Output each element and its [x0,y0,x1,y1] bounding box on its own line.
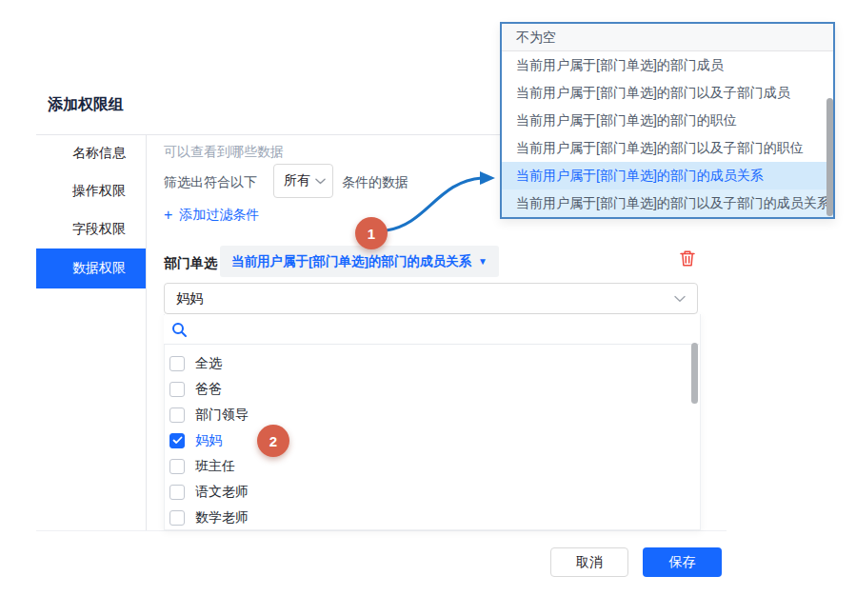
option-label: 爸爸 [195,381,222,398]
checkbox-unchecked[interactable] [169,407,185,423]
option-row-mama[interactable]: 妈妈 [169,427,665,453]
sidebar-item-name-info[interactable]: 名称信息 [36,134,146,172]
step-badge-1-number: 1 [368,226,375,242]
checkbox-unchecked[interactable] [169,510,185,526]
condition-operator-dropdown[interactable]: 当前用户属于[部门单选]的部门的成员关系 ▼ [220,246,499,277]
save-button[interactable]: 保存 [643,547,722,577]
option-label: 部门领导 [195,407,249,424]
operator-option-dept-subdept-member[interactable]: 当前用户属于[部门单选]的部门以及子部门成员 [502,79,833,107]
condition-field-label: 部门单选 [164,255,217,272]
filter-scope-select[interactable]: 所有 [273,164,333,198]
option-row-class-teacher[interactable]: 班主任 [169,453,665,479]
option-label: 全选 [195,355,222,372]
checkbox-checked[interactable] [169,433,185,448]
operator-option-not-empty[interactable]: 不为空 [502,24,833,51]
search-icon [171,322,188,338]
data-scope-hint: 可以查看到哪些数据 [164,144,284,161]
sidebar-item-operation-perm[interactable]: 操作权限 [36,172,146,210]
option-row-select-all[interactable]: 全选 [169,350,665,376]
options-scrollbar[interactable] [691,343,698,404]
page-title: 添加权限组 [48,95,124,115]
chevron-down-icon [674,295,686,303]
sidebar-item-data-perm[interactable]: 数据权限 [36,248,146,288]
option-row-baba[interactable]: 爸爸 [169,376,665,402]
option-label: 妈妈 [195,432,222,449]
option-label: 语文老师 [195,484,249,501]
operator-option-dept-member-relation[interactable]: 当前用户属于[部门单选]的部门的成员关系 [502,162,833,189]
cancel-button[interactable]: 取消 [550,547,628,577]
checkbox-unchecked[interactable] [169,459,185,474]
step-badge-2: 2 [257,425,289,457]
checkbox-unchecked[interactable] [169,485,185,500]
option-row-chinese-teacher[interactable]: 语文老师 [169,479,665,505]
sidebar-item-label: 名称信息 [72,145,126,162]
condition-value-select[interactable]: 妈妈 [164,283,698,314]
overlay-scrollbar[interactable] [826,98,833,216]
option-label: 数学老师 [195,509,249,527]
operator-option-dept-subdept-position[interactable]: 当前用户属于[部门单选]的部门以及子部门的职位 [502,134,833,162]
add-filter-condition-link[interactable]: + 添加过滤条件 [164,207,259,224]
operator-option-dept-subdept-member-relation[interactable]: 当前用户属于[部门单选]的部门以及子部门的成员关系 [502,189,833,217]
sidebar-item-label: 操作权限 [72,183,126,200]
delete-condition-button[interactable] [677,248,698,268]
step-badge-1: 1 [355,217,388,249]
condition-operator-value: 当前用户属于[部门单选]的部门的成员关系 [231,253,471,270]
caret-down-icon: ▼ [478,257,488,267]
divider-sidebar [146,134,147,530]
annotation-arrow [379,169,508,238]
checkbox-unchecked[interactable] [169,382,185,397]
filter-scope-value: 所有 [284,172,310,189]
operator-option-dept-position[interactable]: 当前用户属于[部门单选]的部门的职位 [502,107,833,134]
sidebar-item-field-perm[interactable]: 字段权限 [36,210,146,248]
option-label: 班主任 [195,458,235,475]
sidebar-item-label: 数据权限 [72,260,126,277]
trash-icon [678,248,697,268]
add-permission-group-dialog: 添加权限组 名称信息 操作权限 字段权限 数据权限 可以查看到哪些数据 筛选出符… [0,0,856,616]
option-row-math-teacher[interactable]: 数学老师 [169,505,665,530]
options-search-field[interactable] [164,315,699,345]
operator-option-dept-member[interactable]: 当前用户属于[部门单选]的部门成员 [502,51,833,79]
divider-bottom [36,530,727,531]
filter-prefix-text: 筛选出符合以下 [164,174,257,191]
step-badge-2-number: 2 [269,433,277,449]
plus-icon: + [164,209,172,222]
condition-value: 妈妈 [176,290,203,308]
checkbox-unchecked[interactable] [169,356,185,371]
add-filter-label: 添加过滤条件 [179,207,259,224]
chevron-down-icon [315,178,326,185]
operator-dropdown-overlay: 不为空 当前用户属于[部门单选]的部门成员 当前用户属于[部门单选]的部门以及子… [500,22,835,219]
option-row-dept-leader[interactable]: 部门领导 [169,402,665,427]
sidebar-item-label: 字段权限 [72,221,126,238]
